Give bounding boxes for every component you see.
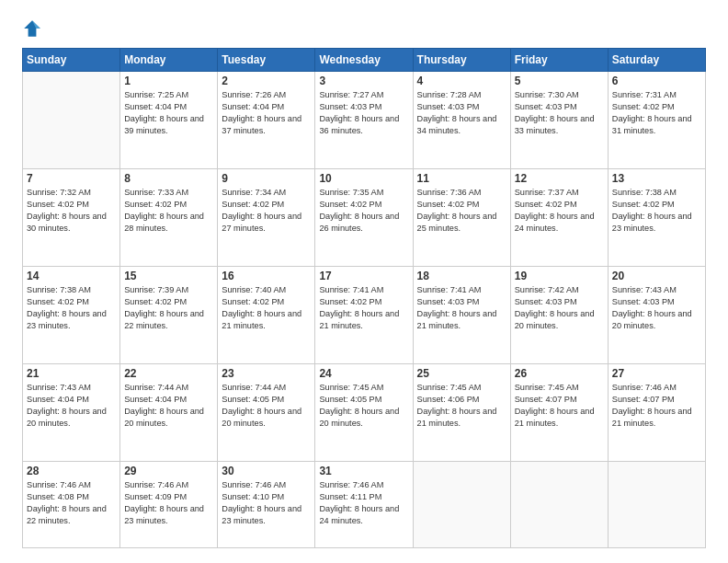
- cell-info: Sunrise: 7:26 AMSunset: 4:04 PMDaylight:…: [222, 89, 311, 137]
- calendar-cell: [510, 462, 608, 548]
- calendar-cell: 6Sunrise: 7:31 AMSunset: 4:02 PMDaylight…: [608, 72, 705, 169]
- cell-info: Sunrise: 7:39 AMSunset: 4:02 PMDaylight:…: [124, 284, 213, 332]
- cell-info: Sunrise: 7:31 AMSunset: 4:02 PMDaylight:…: [612, 89, 701, 137]
- calendar-cell: 7Sunrise: 7:32 AMSunset: 4:02 PMDaylight…: [23, 169, 120, 267]
- cell-info: Sunrise: 7:37 AMSunset: 4:02 PMDaylight:…: [515, 187, 604, 235]
- calendar-cell: 21Sunrise: 7:43 AMSunset: 4:04 PMDayligh…: [23, 364, 120, 462]
- day-number: 14: [27, 270, 116, 282]
- day-number: 22: [124, 367, 213, 380]
- calendar-cell: 26Sunrise: 7:45 AMSunset: 4:07 PMDayligh…: [510, 364, 608, 462]
- cell-info: Sunrise: 7:42 AMSunset: 4:03 PMDaylight:…: [515, 284, 604, 332]
- page: SundayMondayTuesdayWednesdayThursdayFrid…: [0, 0, 728, 563]
- cell-info: Sunrise: 7:38 AMSunset: 4:02 PMDaylight:…: [27, 284, 116, 332]
- day-number: 11: [417, 172, 506, 185]
- calendar-header-row: SundayMondayTuesdayWednesdayThursdayFrid…: [23, 49, 706, 72]
- cell-info: Sunrise: 7:41 AMSunset: 4:02 PMDaylight:…: [319, 284, 408, 332]
- cell-info: Sunrise: 7:46 AMSunset: 4:10 PMDaylight:…: [222, 479, 311, 527]
- day-number: 30: [222, 465, 311, 477]
- cell-info: Sunrise: 7:30 AMSunset: 4:03 PMDaylight:…: [515, 89, 604, 137]
- calendar-cell: 11Sunrise: 7:36 AMSunset: 4:02 PMDayligh…: [413, 169, 510, 267]
- cell-info: Sunrise: 7:46 AMSunset: 4:09 PMDaylight:…: [124, 479, 213, 527]
- calendar-cell: 17Sunrise: 7:41 AMSunset: 4:02 PMDayligh…: [315, 267, 413, 364]
- day-number: 31: [319, 465, 408, 477]
- day-number: 6: [612, 75, 701, 87]
- cell-info: Sunrise: 7:46 AMSunset: 4:11 PMDaylight:…: [319, 479, 408, 527]
- calendar-cell: 9Sunrise: 7:34 AMSunset: 4:02 PMDaylight…: [218, 169, 315, 267]
- day-number: 5: [515, 75, 604, 87]
- calendar-cell: 25Sunrise: 7:45 AMSunset: 4:06 PMDayligh…: [413, 364, 510, 462]
- calendar-cell: 24Sunrise: 7:45 AMSunset: 4:05 PMDayligh…: [315, 364, 413, 462]
- day-number: 4: [417, 75, 506, 87]
- day-header-friday: Friday: [510, 49, 608, 72]
- calendar-cell: 10Sunrise: 7:35 AMSunset: 4:02 PMDayligh…: [315, 169, 413, 267]
- day-number: 18: [417, 270, 506, 282]
- logo-icon: [22, 18, 42, 39]
- day-header-saturday: Saturday: [608, 49, 705, 72]
- calendar-cell: 18Sunrise: 7:41 AMSunset: 4:03 PMDayligh…: [413, 267, 510, 364]
- calendar-cell: 1Sunrise: 7:25 AMSunset: 4:04 PMDaylight…: [120, 72, 218, 169]
- day-number: 24: [319, 367, 408, 380]
- day-number: 10: [319, 172, 408, 185]
- day-header-sunday: Sunday: [23, 49, 120, 72]
- calendar-cell: 14Sunrise: 7:38 AMSunset: 4:02 PMDayligh…: [23, 267, 120, 364]
- calendar-cell: [608, 462, 705, 548]
- calendar-cell: 2Sunrise: 7:26 AMSunset: 4:04 PMDaylight…: [218, 72, 315, 169]
- calendar-cell: 29Sunrise: 7:46 AMSunset: 4:09 PMDayligh…: [120, 462, 218, 548]
- cell-info: Sunrise: 7:41 AMSunset: 4:03 PMDaylight:…: [417, 284, 506, 332]
- calendar-cell: 27Sunrise: 7:46 AMSunset: 4:07 PMDayligh…: [608, 364, 705, 462]
- cell-info: Sunrise: 7:43 AMSunset: 4:03 PMDaylight:…: [612, 284, 701, 332]
- cell-info: Sunrise: 7:46 AMSunset: 4:08 PMDaylight:…: [27, 479, 116, 527]
- day-number: 21: [27, 367, 116, 380]
- calendar-cell: 15Sunrise: 7:39 AMSunset: 4:02 PMDayligh…: [120, 267, 218, 364]
- day-number: 28: [27, 465, 116, 477]
- cell-info: Sunrise: 7:40 AMSunset: 4:02 PMDaylight:…: [222, 284, 311, 332]
- calendar-week-row: 7Sunrise: 7:32 AMSunset: 4:02 PMDaylight…: [23, 169, 706, 267]
- header: [22, 18, 706, 39]
- calendar-cell: 19Sunrise: 7:42 AMSunset: 4:03 PMDayligh…: [510, 267, 608, 364]
- day-number: 12: [515, 172, 604, 185]
- day-number: 17: [319, 270, 408, 282]
- calendar-cell: 16Sunrise: 7:40 AMSunset: 4:02 PMDayligh…: [218, 267, 315, 364]
- calendar-cell: [23, 72, 120, 169]
- day-number: 29: [124, 465, 213, 477]
- cell-info: Sunrise: 7:44 AMSunset: 4:05 PMDaylight:…: [222, 382, 311, 430]
- calendar: SundayMondayTuesdayWednesdayThursdayFrid…: [22, 48, 706, 548]
- cell-info: Sunrise: 7:27 AMSunset: 4:03 PMDaylight:…: [319, 89, 408, 137]
- day-number: 13: [612, 172, 701, 185]
- calendar-cell: 23Sunrise: 7:44 AMSunset: 4:05 PMDayligh…: [218, 364, 315, 462]
- day-number: 3: [319, 75, 408, 87]
- calendar-cell: 13Sunrise: 7:38 AMSunset: 4:02 PMDayligh…: [608, 169, 705, 267]
- cell-info: Sunrise: 7:45 AMSunset: 4:06 PMDaylight:…: [417, 382, 506, 430]
- day-header-tuesday: Tuesday: [218, 49, 315, 72]
- cell-info: Sunrise: 7:44 AMSunset: 4:04 PMDaylight:…: [124, 382, 213, 430]
- cell-info: Sunrise: 7:38 AMSunset: 4:02 PMDaylight:…: [612, 187, 701, 235]
- calendar-week-row: 14Sunrise: 7:38 AMSunset: 4:02 PMDayligh…: [23, 267, 706, 364]
- day-number: 15: [124, 270, 213, 282]
- day-number: 26: [515, 367, 604, 380]
- cell-info: Sunrise: 7:43 AMSunset: 4:04 PMDaylight:…: [27, 382, 116, 430]
- calendar-cell: 12Sunrise: 7:37 AMSunset: 4:02 PMDayligh…: [510, 169, 608, 267]
- day-number: 9: [222, 172, 311, 185]
- day-header-thursday: Thursday: [413, 49, 510, 72]
- cell-info: Sunrise: 7:36 AMSunset: 4:02 PMDaylight:…: [417, 187, 506, 235]
- day-number: 2: [222, 75, 311, 87]
- cell-info: Sunrise: 7:25 AMSunset: 4:04 PMDaylight:…: [124, 89, 213, 137]
- calendar-cell: 5Sunrise: 7:30 AMSunset: 4:03 PMDaylight…: [510, 72, 608, 169]
- cell-info: Sunrise: 7:46 AMSunset: 4:07 PMDaylight:…: [612, 382, 701, 430]
- calendar-cell: 20Sunrise: 7:43 AMSunset: 4:03 PMDayligh…: [608, 267, 705, 364]
- calendar-week-row: 21Sunrise: 7:43 AMSunset: 4:04 PMDayligh…: [23, 364, 706, 462]
- day-number: 1: [124, 75, 213, 87]
- day-number: 19: [515, 270, 604, 282]
- calendar-cell: 22Sunrise: 7:44 AMSunset: 4:04 PMDayligh…: [120, 364, 218, 462]
- calendar-week-row: 28Sunrise: 7:46 AMSunset: 4:08 PMDayligh…: [23, 462, 706, 548]
- day-number: 25: [417, 367, 506, 380]
- cell-info: Sunrise: 7:45 AMSunset: 4:07 PMDaylight:…: [515, 382, 604, 430]
- calendar-cell: [413, 462, 510, 548]
- calendar-cell: 31Sunrise: 7:46 AMSunset: 4:11 PMDayligh…: [315, 462, 413, 548]
- day-number: 8: [124, 172, 213, 185]
- day-header-monday: Monday: [120, 49, 218, 72]
- cell-info: Sunrise: 7:28 AMSunset: 4:03 PMDaylight:…: [417, 89, 506, 137]
- day-number: 16: [222, 270, 311, 282]
- calendar-cell: 4Sunrise: 7:28 AMSunset: 4:03 PMDaylight…: [413, 72, 510, 169]
- calendar-cell: 8Sunrise: 7:33 AMSunset: 4:02 PMDaylight…: [120, 169, 218, 267]
